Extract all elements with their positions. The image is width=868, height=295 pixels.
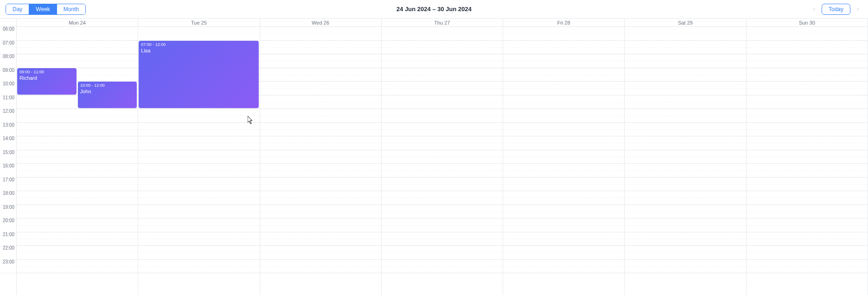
day-column-sun[interactable] [747, 27, 868, 295]
time-slot-cell[interactable] [382, 82, 503, 96]
time-slot-cell[interactable] [747, 96, 868, 109]
time-slot-cell[interactable] [625, 82, 746, 96]
day-column-wed[interactable] [260, 27, 382, 295]
day-header-sat[interactable]: Sat 29 [625, 19, 746, 26]
today-button[interactable]: Today [822, 4, 850, 15]
calendar-event[interactable]: 07:00 - 12:00Lisa [139, 41, 258, 109]
time-slot-cell[interactable] [260, 96, 381, 109]
time-slot-cell[interactable] [17, 178, 138, 192]
time-slot-cell[interactable] [138, 27, 259, 41]
time-slot-cell[interactable] [503, 232, 624, 246]
time-slot-cell[interactable] [260, 136, 381, 150]
time-slot-cell[interactable] [747, 191, 868, 205]
day-header-tue[interactable]: Tue 25 [138, 19, 260, 26]
time-slot-cell[interactable] [747, 178, 868, 192]
time-slot-cell[interactable] [503, 205, 624, 219]
day-column-sat[interactable] [625, 27, 746, 295]
calendar-event[interactable]: 10:00 - 12:00John [78, 82, 137, 108]
time-slot-cell[interactable] [625, 123, 746, 137]
time-slot-cell[interactable] [382, 27, 503, 41]
time-slot-cell[interactable] [382, 41, 503, 55]
time-slot-cell[interactable] [625, 178, 746, 192]
time-slot-cell[interactable] [17, 232, 138, 246]
time-slot-cell[interactable] [503, 218, 624, 232]
time-slot-cell[interactable] [382, 136, 503, 150]
time-slot-cell[interactable] [138, 191, 259, 205]
time-slot-cell[interactable] [382, 260, 503, 274]
time-slot-cell[interactable] [503, 246, 624, 260]
time-slot-cell[interactable] [260, 150, 381, 164]
time-slot-cell[interactable] [260, 232, 381, 246]
view-day-button[interactable]: Day [6, 4, 29, 14]
time-slot-cell[interactable] [747, 150, 868, 164]
time-slot-cell[interactable] [17, 27, 138, 41]
time-slot-cell[interactable] [260, 123, 381, 137]
time-slot-cell[interactable] [138, 164, 259, 178]
time-slot-cell[interactable] [382, 205, 503, 219]
time-slot-cell[interactable] [17, 191, 138, 205]
time-slot-cell[interactable] [260, 68, 381, 82]
time-slot-cell[interactable] [260, 82, 381, 96]
next-week-button[interactable] [853, 5, 862, 14]
time-slot-cell[interactable] [138, 136, 259, 150]
time-slot-cell[interactable] [503, 54, 624, 68]
day-header-wed[interactable]: Wed 26 [260, 19, 382, 26]
time-slot-cell[interactable] [503, 41, 624, 55]
time-slot-cell[interactable] [382, 54, 503, 68]
prev-week-button[interactable] [810, 5, 819, 14]
time-slot-cell[interactable] [260, 164, 381, 178]
time-slot-cell[interactable] [17, 109, 138, 123]
time-slot-cell[interactable] [625, 246, 746, 260]
time-slot-cell[interactable] [747, 41, 868, 55]
time-slot-cell[interactable] [747, 54, 868, 68]
time-slot-cell[interactable] [382, 68, 503, 82]
time-slot-cell[interactable] [503, 82, 624, 96]
time-slot-cell[interactable] [625, 260, 746, 274]
time-slot-cell[interactable] [625, 191, 746, 205]
time-slot-cell[interactable] [625, 27, 746, 41]
day-header-mon[interactable]: Mon 24 [17, 19, 138, 26]
time-slot-cell[interactable] [625, 41, 746, 55]
time-slot-cell[interactable] [138, 109, 259, 123]
time-slot-cell[interactable] [747, 232, 868, 246]
time-slot-cell[interactable] [17, 246, 138, 260]
day-header-fri[interactable]: Fri 28 [503, 19, 625, 26]
time-slot-cell[interactable] [625, 109, 746, 123]
time-slot-cell[interactable] [625, 232, 746, 246]
time-slot-cell[interactable] [17, 260, 138, 274]
time-slot-cell[interactable] [625, 150, 746, 164]
time-slot-cell[interactable] [17, 150, 138, 164]
time-slot-cell[interactable] [17, 54, 138, 68]
time-slot-cell[interactable] [260, 246, 381, 260]
time-slot-cell[interactable] [17, 164, 138, 178]
time-slot-cell[interactable] [138, 260, 259, 274]
time-slot-cell[interactable] [382, 96, 503, 109]
time-slot-cell[interactable] [503, 136, 624, 150]
time-slot-cell[interactable] [17, 41, 138, 55]
time-slot-cell[interactable] [260, 260, 381, 274]
time-slot-cell[interactable] [503, 150, 624, 164]
time-slot-cell[interactable] [138, 150, 259, 164]
time-slot-cell[interactable] [625, 164, 746, 178]
time-slot-cell[interactable] [382, 164, 503, 178]
time-slot-cell[interactable] [625, 68, 746, 82]
calendar-event[interactable]: 09:00 - 11:00Richard [17, 68, 77, 95]
time-slot-cell[interactable] [382, 109, 503, 123]
time-slot-cell[interactable] [260, 109, 381, 123]
time-slot-cell[interactable] [382, 123, 503, 137]
time-slot-cell[interactable] [17, 218, 138, 232]
time-slot-cell[interactable] [747, 246, 868, 260]
time-slot-cell[interactable] [138, 205, 259, 219]
time-slot-cell[interactable] [503, 68, 624, 82]
time-slot-cell[interactable] [260, 218, 381, 232]
time-slot-cell[interactable] [747, 205, 868, 219]
time-slot-cell[interactable] [625, 218, 746, 232]
view-month-button[interactable]: Month [57, 4, 85, 14]
day-header-sun[interactable]: Sun 30 [747, 19, 868, 26]
time-slot-cell[interactable] [747, 136, 868, 150]
time-slot-cell[interactable] [625, 136, 746, 150]
time-slot-cell[interactable] [260, 205, 381, 219]
time-slot-cell[interactable] [625, 54, 746, 68]
time-slot-cell[interactable] [503, 27, 624, 41]
time-slot-cell[interactable] [747, 123, 868, 137]
